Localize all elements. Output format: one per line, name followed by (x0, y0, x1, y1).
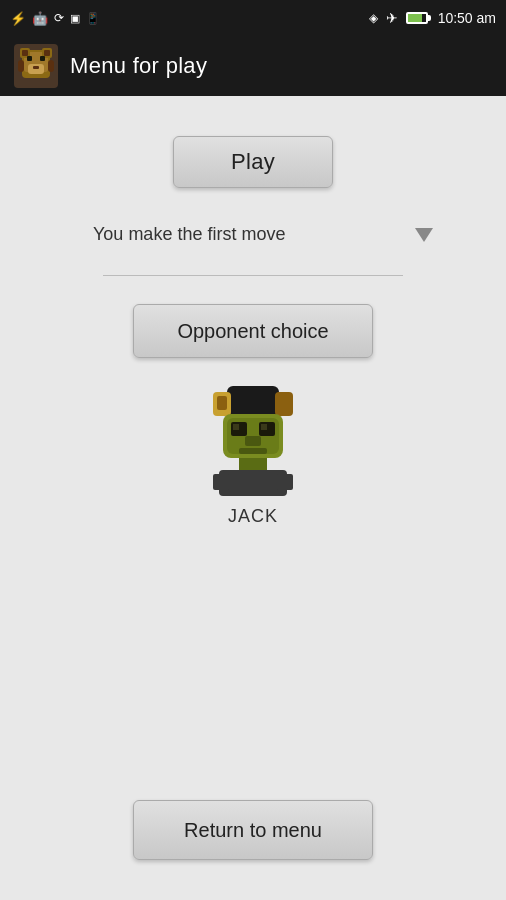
first-move-row: You make the first move (73, 224, 433, 245)
opponent-choice-button[interactable]: Opponent choice (133, 304, 373, 358)
svg-rect-6 (44, 50, 50, 56)
divider (103, 275, 403, 276)
svg-rect-5 (22, 50, 28, 56)
main-content: Play You make the first move Opponent ch… (0, 96, 506, 900)
app-icon (14, 44, 58, 88)
svg-rect-28 (277, 474, 293, 490)
first-move-label: You make the first move (93, 224, 407, 245)
usb-icon: ⚡ (10, 11, 26, 26)
notification-icon: ▣ (70, 12, 80, 25)
svg-rect-27 (213, 474, 229, 490)
return-to-menu-button[interactable]: Return to menu (133, 800, 373, 860)
jack-character-image (203, 386, 303, 496)
app-bar: Menu for play (0, 36, 506, 96)
character-area: JACK (203, 386, 303, 527)
android-icon: 🤖 (32, 11, 48, 26)
app-title: Menu for play (70, 53, 207, 79)
status-bar: ⚡ 🤖 ⟳ ▣ 📱 ◈ ✈ 10:50 am (0, 0, 506, 36)
time-display: 10:50 am (438, 10, 496, 26)
svg-rect-12 (48, 60, 54, 72)
svg-rect-22 (261, 424, 267, 430)
signal-icon: ◈ (369, 11, 378, 25)
svg-rect-24 (239, 448, 267, 454)
sync-icon: ⟳ (54, 11, 64, 25)
airplane-icon: ✈ (386, 10, 398, 26)
svg-rect-21 (233, 424, 239, 430)
play-button[interactable]: Play (173, 136, 333, 188)
svg-rect-8 (40, 56, 45, 61)
svg-rect-10 (33, 66, 39, 69)
svg-rect-26 (219, 470, 287, 496)
svg-rect-15 (275, 392, 293, 416)
svg-rect-11 (18, 60, 24, 72)
status-right: ◈ ✈ 10:50 am (369, 10, 496, 26)
battery-icon (406, 12, 428, 24)
svg-rect-16 (217, 396, 227, 410)
dropdown-arrow-icon[interactable] (415, 228, 433, 242)
status-icons-left: ⚡ 🤖 ⟳ ▣ 📱 (10, 11, 100, 26)
svg-rect-7 (27, 56, 32, 61)
phone-icon: 📱 (86, 12, 100, 25)
svg-rect-23 (245, 436, 261, 446)
jack-character-name: JACK (228, 506, 278, 527)
